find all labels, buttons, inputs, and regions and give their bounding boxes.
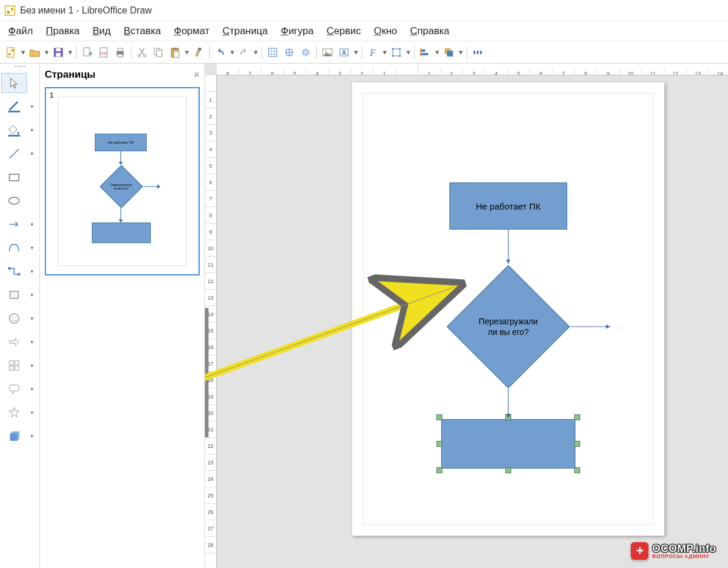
undo-dropdown[interactable]: ▾ bbox=[229, 45, 235, 60]
new-button[interactable] bbox=[4, 45, 19, 60]
clone-format-button[interactable] bbox=[191, 45, 206, 60]
connector-tool[interactable] bbox=[1, 261, 27, 281]
undo-button[interactable] bbox=[213, 45, 228, 60]
flowchart-tool[interactable] bbox=[1, 356, 27, 376]
arrange-dropdown[interactable]: ▾ bbox=[458, 45, 464, 60]
flowchart-start-box[interactable]: Не работает ПК bbox=[449, 182, 567, 230]
svg-text:A: A bbox=[342, 49, 346, 56]
export-button[interactable] bbox=[80, 45, 95, 60]
insert-more-dropdown[interactable]: ▾ bbox=[353, 45, 359, 60]
rectangle-tool[interactable] bbox=[1, 167, 27, 187]
menu-view[interactable]: Вид bbox=[92, 25, 111, 37]
callout-dropdown[interactable]: ▾ bbox=[27, 379, 37, 399]
menu-bar: Файл Правка Вид Вставка Формат Страница … bbox=[0, 21, 728, 41]
open-button[interactable] bbox=[27, 45, 42, 60]
arrow-tool-dropdown[interactable]: ▾ bbox=[27, 214, 37, 234]
arrange-button[interactable] bbox=[441, 45, 456, 60]
helplines-button[interactable] bbox=[298, 45, 313, 60]
block-arrows-tool[interactable] bbox=[1, 332, 27, 352]
pages-panel-close[interactable]: × bbox=[193, 69, 200, 81]
svg-rect-55 bbox=[10, 434, 17, 441]
canvas[interactable]: Не работает ПК Перезагружали ли вы его? bbox=[217, 75, 728, 568]
drawing-page[interactable]: Не работает ПК Перезагружали ли вы его? bbox=[352, 82, 664, 536]
open-dropdown[interactable]: ▾ bbox=[44, 45, 49, 60]
menu-format[interactable]: Формат bbox=[174, 25, 209, 37]
star-tool[interactable] bbox=[1, 403, 27, 423]
3d-dropdown[interactable]: ▾ bbox=[27, 426, 37, 446]
watermark: + OCOMP.info ВОПРОСЫ АДМИНУ bbox=[625, 540, 722, 562]
select-tool[interactable] bbox=[1, 73, 27, 93]
grid-button[interactable] bbox=[265, 45, 280, 60]
svg-rect-37 bbox=[474, 51, 475, 54]
star-dropdown[interactable]: ▾ bbox=[27, 403, 37, 423]
menu-window[interactable]: Окно bbox=[374, 25, 398, 37]
svg-rect-41 bbox=[8, 135, 20, 137]
curve-tool[interactable] bbox=[1, 238, 27, 258]
menu-page[interactable]: Страница bbox=[223, 25, 268, 37]
svg-rect-40 bbox=[8, 111, 20, 112]
new-dropdown[interactable]: ▾ bbox=[20, 45, 26, 60]
watermark-plus-icon: + bbox=[631, 542, 648, 560]
paste-dropdown[interactable]: ▾ bbox=[184, 45, 190, 60]
curve-tool-dropdown[interactable]: ▾ bbox=[27, 238, 37, 258]
fontwork-button[interactable]: F bbox=[365, 45, 380, 60]
line-tool[interactable] bbox=[1, 144, 27, 164]
menu-file[interactable]: Файл bbox=[8, 25, 33, 37]
flowchart-dropdown[interactable]: ▾ bbox=[27, 356, 37, 376]
svg-rect-50 bbox=[9, 361, 14, 365]
menu-help[interactable]: Справка bbox=[410, 25, 449, 37]
paste-button[interactable] bbox=[167, 45, 183, 60]
svg-rect-38 bbox=[477, 51, 479, 54]
svg-point-29 bbox=[392, 48, 394, 49]
3d-tool[interactable] bbox=[1, 426, 27, 446]
export-pdf-button[interactable]: PDF bbox=[96, 45, 111, 60]
save-button[interactable] bbox=[51, 45, 66, 60]
menu-tools[interactable]: Сервис bbox=[327, 25, 361, 37]
vertical-ruler: 1234567891011121314151617181920212223242… bbox=[205, 75, 217, 568]
callout-tool[interactable] bbox=[1, 379, 27, 399]
menu-shape[interactable]: Фигура bbox=[281, 25, 314, 37]
symbol-shapes-dropdown[interactable]: ▾ bbox=[27, 308, 37, 328]
svg-rect-45 bbox=[18, 273, 20, 275]
connector-tool-dropdown[interactable]: ▾ bbox=[27, 261, 37, 281]
print-button[interactable] bbox=[112, 45, 128, 60]
svg-point-24 bbox=[325, 50, 327, 52]
redo-dropdown[interactable]: ▾ bbox=[253, 45, 259, 60]
transform-button[interactable] bbox=[389, 45, 404, 60]
basic-shapes-dropdown[interactable]: ▾ bbox=[27, 285, 37, 305]
standard-toolbar: ▾ ▾ ▾ PDF ▾ ▾ ▾ A ▾ F ▾ ▾ ▾ ▾ bbox=[0, 41, 728, 64]
flowchart-selected-box[interactable] bbox=[436, 414, 580, 473]
line-color-tool[interactable] bbox=[1, 97, 27, 117]
insert-image-button[interactable] bbox=[320, 45, 335, 60]
ellipse-tool[interactable] bbox=[1, 191, 27, 211]
save-dropdown[interactable]: ▾ bbox=[67, 45, 73, 60]
align-dropdown[interactable]: ▾ bbox=[434, 45, 440, 60]
line-color-dropdown[interactable]: ▾ bbox=[27, 97, 37, 117]
arrow-tool[interactable] bbox=[1, 214, 27, 234]
flowchart-decision[interactable]: Перезагружали ли вы его? bbox=[446, 265, 570, 388]
fontwork-dropdown[interactable]: ▾ bbox=[382, 45, 388, 60]
line-tool-dropdown[interactable]: ▾ bbox=[27, 144, 37, 164]
svg-point-14 bbox=[144, 54, 146, 57]
distribute-button[interactable] bbox=[470, 45, 485, 60]
fill-color-tool[interactable] bbox=[1, 120, 27, 140]
align-button[interactable] bbox=[418, 45, 433, 60]
svg-rect-21 bbox=[269, 48, 277, 57]
insert-textbox-button[interactable]: A bbox=[336, 45, 352, 60]
snap-grid-button[interactable] bbox=[282, 45, 297, 60]
symbol-shapes-tool[interactable] bbox=[1, 308, 27, 328]
svg-rect-46 bbox=[10, 291, 18, 298]
fill-color-dropdown[interactable]: ▾ bbox=[27, 120, 37, 140]
copy-button[interactable] bbox=[151, 45, 166, 60]
svg-rect-5 bbox=[56, 48, 61, 51]
basic-shapes-tool[interactable] bbox=[1, 285, 27, 305]
menu-insert[interactable]: Вставка bbox=[124, 25, 161, 37]
page-thumbnail[interactable]: 1 Не работает ПК Перезагружали ли вы его… bbox=[45, 87, 200, 275]
transform-dropdown[interactable]: ▾ bbox=[405, 45, 411, 60]
cut-button[interactable] bbox=[134, 45, 150, 60]
redo-button[interactable] bbox=[236, 45, 252, 60]
svg-point-30 bbox=[399, 48, 401, 49]
menu-edit[interactable]: Правка bbox=[46, 25, 80, 37]
svg-rect-0 bbox=[5, 5, 15, 15]
block-arrows-dropdown[interactable]: ▾ bbox=[27, 332, 37, 352]
